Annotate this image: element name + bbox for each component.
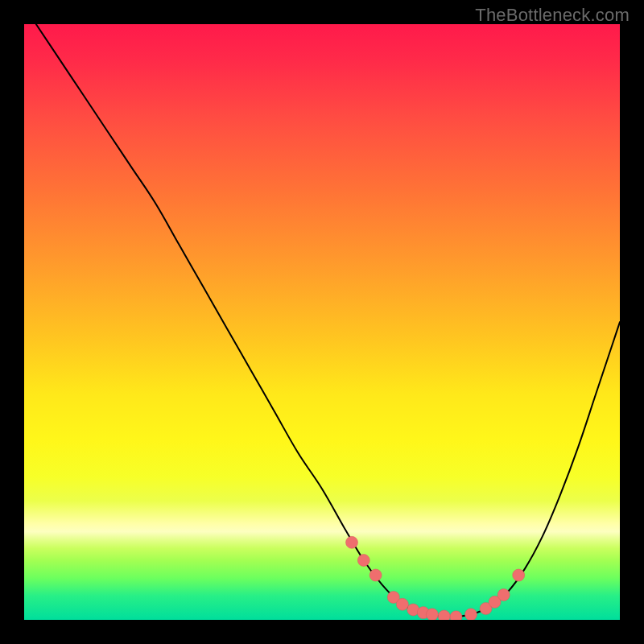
chart-svg [24,24,620,620]
data-marker [346,536,358,548]
data-marker [438,610,450,620]
data-marker [396,598,408,610]
data-marker [497,588,510,601]
watermark-text: TheBottleneck.com [475,5,630,26]
data-marker [369,569,382,581]
data-marker [426,609,438,620]
bottleneck-curve [36,24,620,617]
data-marker [357,555,369,567]
data-marker [465,609,477,620]
data-markers [346,536,525,620]
bottleneck-curve-path [36,24,620,617]
data-marker [513,569,525,581]
data-marker [450,611,462,620]
plot-area [24,24,620,620]
